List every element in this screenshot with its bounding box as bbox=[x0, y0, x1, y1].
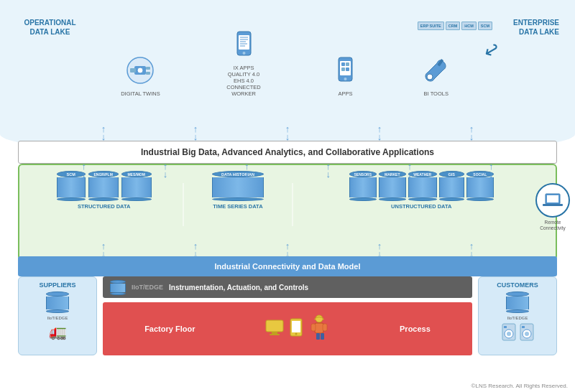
hcm-box: HCM bbox=[461, 22, 477, 30]
cylinders-container: SCM ENGR/PLM bbox=[25, 171, 550, 238]
arrow-5: ↑↓ bbox=[469, 125, 474, 141]
mid-arrows: ↑↓ ↑↓ ↑↓ ↑↓ ↑↓ ↑↓ bbox=[43, 164, 532, 177]
worker-figure-icon bbox=[308, 314, 331, 343]
middle-bottom: IIoT/EDGE Instrumentation, Actuation, an… bbox=[103, 276, 472, 355]
customers-iiot-label: IIoT/EDGE bbox=[507, 316, 528, 320]
arrow-2: ↑↓ bbox=[193, 125, 198, 141]
suppliers-label: SUPPLIERS bbox=[39, 281, 75, 289]
copyright: ©LNS Research. All Rights Reserved. bbox=[472, 383, 568, 389]
arrow-1: ↑↓ bbox=[101, 125, 106, 141]
svg-rect-17 bbox=[341, 62, 345, 66]
bot-arr-1: ↑↓ bbox=[101, 242, 106, 258]
monitor-icon bbox=[264, 319, 285, 339]
structured-group: SCM ENGR/PLM bbox=[29, 171, 178, 210]
ix-apps-item: IX APPS QUALITY 4.0 EHS 4.0 CONNECTED WO… bbox=[215, 25, 272, 97]
mid-arr-4: ↑↓ bbox=[326, 162, 331, 178]
svg-point-28 bbox=[295, 333, 297, 335]
svg-rect-38 bbox=[504, 326, 507, 328]
bottom-section: SUPPLIERS IIoT/EDGE 🚛 bbox=[18, 276, 557, 355]
structured-label: STRUCTURED DATA bbox=[78, 203, 130, 210]
wrench-icon bbox=[418, 51, 454, 90]
main-container: OPERATIONAL DATA LAKE ENTERPRISE DATA LA… bbox=[0, 0, 575, 392]
svg-rect-18 bbox=[346, 62, 349, 66]
svg-rect-34 bbox=[321, 333, 324, 340]
customers-db-icon bbox=[506, 291, 529, 313]
ix-apps-label: IX APPS QUALITY 4.0 EHS 4.0 CONNECTED WO… bbox=[215, 65, 272, 97]
factory-bar: Factory Floor bbox=[103, 302, 472, 355]
factory-floor-label: Factory Floor bbox=[144, 325, 195, 333]
bot-arr-3: ↑↓ bbox=[285, 242, 290, 258]
svg-rect-32 bbox=[323, 324, 327, 331]
apps-icon bbox=[327, 51, 363, 90]
suppliers-db-icon bbox=[46, 291, 69, 313]
connectivity-bar: Industrial Connectivity and Data Model bbox=[18, 256, 557, 276]
svg-point-41 bbox=[525, 332, 529, 336]
iiot-db-icon bbox=[110, 280, 126, 295]
svg-point-8 bbox=[242, 52, 245, 55]
bot-arr-5: ↑↓ bbox=[469, 242, 474, 258]
suppliers-iiot-label: IIoT/EDGE bbox=[47, 316, 68, 320]
mid-arr-6: ↑↓ bbox=[489, 162, 494, 178]
svg-rect-20 bbox=[346, 67, 349, 71]
suppliers-box: SUPPLIERS IIoT/EDGE 🚛 bbox=[18, 276, 97, 355]
divider-1 bbox=[183, 183, 184, 226]
remote-connectivity-label: Remote Connectivity bbox=[534, 220, 571, 231]
db-top bbox=[46, 291, 69, 297]
time-series-label: TIME SERIES DATA bbox=[213, 203, 262, 210]
pump-icon bbox=[122, 51, 158, 90]
cust-db-bottom bbox=[506, 309, 529, 313]
mid-arr-3: ↑↓ bbox=[244, 162, 249, 178]
svg-rect-45 bbox=[543, 204, 563, 206]
tablet-icon bbox=[289, 318, 303, 340]
svg-point-37 bbox=[507, 332, 511, 336]
svg-rect-19 bbox=[341, 67, 345, 71]
svg-rect-25 bbox=[270, 334, 280, 335]
db-body bbox=[46, 297, 69, 309]
svg-rect-2 bbox=[130, 68, 136, 73]
bot-arr-4: ↑↓ bbox=[377, 242, 382, 258]
big-data-bar: Industrial Big Data, Advanced Analytics,… bbox=[18, 141, 557, 164]
digital-twins-label: DIGITAL TWINS bbox=[121, 90, 160, 97]
svg-point-16 bbox=[344, 78, 346, 80]
erp-suite-box: ERP SUITE bbox=[418, 22, 444, 30]
svg-point-21 bbox=[427, 74, 433, 80]
curve-arrow-icon: ↩ bbox=[479, 37, 505, 65]
washer-icons bbox=[501, 323, 535, 345]
svg-rect-23 bbox=[266, 320, 283, 332]
washer-2-icon bbox=[519, 323, 535, 345]
remote-circle bbox=[535, 183, 570, 218]
ix-apps-icon bbox=[226, 25, 262, 65]
operational-data-lake: OPERATIONAL DATA LAKE bbox=[16, 18, 84, 37]
svg-rect-30 bbox=[315, 323, 323, 333]
svg-rect-44 bbox=[547, 195, 558, 202]
process-label: Process bbox=[400, 325, 431, 333]
bi-tools-label: BI TOOLS bbox=[424, 90, 448, 97]
digital-twins-item: DIGITAL TWINS bbox=[121, 51, 160, 97]
iiot-text: Instrumentation, Actuation, and Controls bbox=[169, 284, 308, 291]
customers-label: CUSTOMERS bbox=[497, 281, 538, 289]
arrow-4: ↑↓ bbox=[377, 125, 382, 141]
device-icons bbox=[264, 314, 331, 343]
divider-2 bbox=[292, 183, 293, 226]
db-bottom bbox=[46, 309, 69, 313]
apps-label: APPS bbox=[338, 90, 352, 97]
cust-db-top bbox=[506, 291, 529, 297]
unstructured-label: UNSTRUCTURED DATA bbox=[391, 203, 451, 210]
op-data-lake-label: OPERATIONAL DATA LAKE bbox=[16, 18, 84, 37]
apps-item: APPS bbox=[327, 51, 363, 97]
connectivity-label: Industrial Connectivity and Data Model bbox=[215, 262, 361, 271]
enterprise-data-lake: ENTERPRISE DATA LAKE bbox=[491, 18, 559, 37]
svg-point-5 bbox=[137, 67, 143, 73]
svg-rect-33 bbox=[316, 333, 320, 340]
iiot-edge-label: IIoT/EDGE bbox=[132, 284, 163, 291]
big-data-label: Industrial Big Data, Advanced Analytics,… bbox=[141, 147, 434, 157]
customers-box: CUSTOMERS IIoT/EDGE bbox=[478, 276, 557, 355]
mid-arr-1: ↑↓ bbox=[81, 162, 86, 178]
mid-arr-2: ↑↓ bbox=[163, 162, 168, 178]
icons-row: DIGITAL TWINS bbox=[93, 25, 482, 97]
svg-rect-3 bbox=[146, 67, 150, 70]
time-series-group: DATA HISTORIAN TIME SERIES DATA bbox=[188, 171, 288, 210]
svg-rect-27 bbox=[292, 321, 300, 332]
crm-box: CRM bbox=[446, 22, 461, 30]
arrow-3: ↑↓ bbox=[285, 125, 290, 141]
